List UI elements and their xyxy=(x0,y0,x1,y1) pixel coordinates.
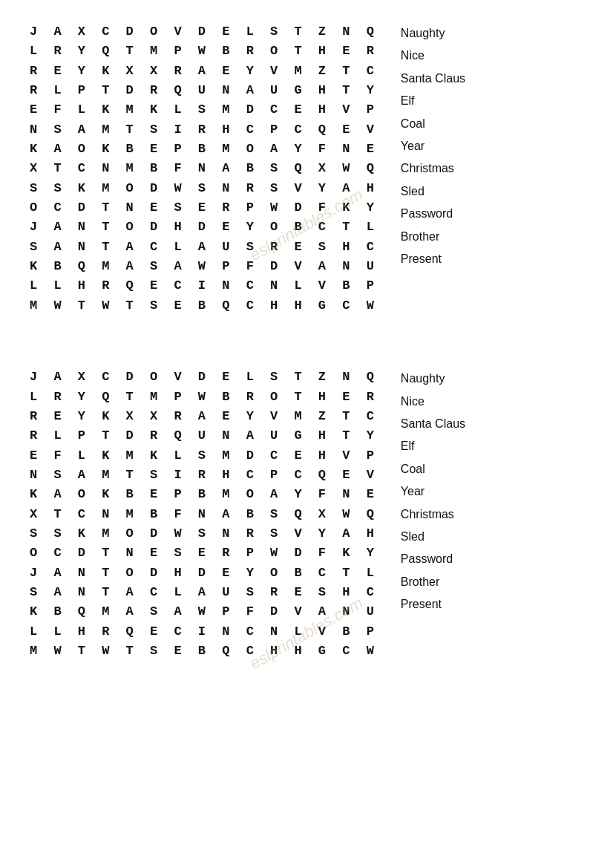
word-item: Coal xyxy=(401,113,475,135)
word-item: Elf xyxy=(401,90,475,112)
word-item: Elf xyxy=(401,435,475,457)
grid-row: O C D T N E S E R P W D F K Y xyxy=(30,198,378,218)
grid-top: J A X C D O V D E L S T Z N QL R Y Q T M… xyxy=(30,22,378,316)
grid-row: X T C N M B F N A B S Q X W Q xyxy=(30,505,378,524)
grid-row: R L P T D R Q U N A U G H T Y xyxy=(30,426,378,446)
word-item: Naughty xyxy=(401,368,475,390)
grid-row: R E Y K X X R A E Y V M Z T C xyxy=(30,407,378,426)
word-list-bottom: NaughtyNiceSanta ClausElfCoalYearChristm… xyxy=(401,368,475,616)
grid-row: K A O K B E P B M O A Y F N E xyxy=(30,485,378,504)
grid-row: S S K M O D W S N R S V Y A H xyxy=(30,524,378,544)
grid-row: K B Q M A S A W P F D V A N U xyxy=(30,257,378,276)
word-item: Nice xyxy=(401,391,475,413)
grid-row: L R Y Q T M P W B R O T H E R xyxy=(30,42,378,61)
grid-row: J A N T O D H D E Y O B C T L xyxy=(30,564,378,583)
word-item: Year xyxy=(401,135,475,157)
grid-row: R L P T D R Q U N A U G H T Y xyxy=(30,81,378,100)
grid-row: S A N T A C L A U S R E S H C xyxy=(30,238,378,257)
word-item: Sled xyxy=(401,180,475,203)
grid-row: L L H R Q E C I N C N L V B P xyxy=(30,276,378,296)
grid-row: K B Q M A S A W P F D V A N U xyxy=(30,602,378,621)
grid-row: J A X C D O V D E L S T Z N Q xyxy=(30,368,378,387)
word-item: Nice xyxy=(401,45,475,67)
grid-row: M W T W T S E B Q C H H G C W xyxy=(30,296,378,316)
grid-row: X T C N M B F N A B S Q X W Q xyxy=(30,159,378,178)
word-item: Password xyxy=(401,548,475,570)
word-item: Present xyxy=(401,593,475,616)
grid-row: J A X C D O V D E L S T Z N Q xyxy=(30,22,378,42)
page: J A X C D O V D E L S T Z N QL R Y Q T M… xyxy=(0,0,613,868)
grid-row: M W T W T S E B Q C H H G C W xyxy=(30,642,378,661)
word-item: Christmas xyxy=(401,503,475,526)
grid-row: L R Y Q T M P W B R O T H E R xyxy=(30,388,378,407)
word-item: Santa Claus xyxy=(401,68,475,90)
puzzle-section-top: J A X C D O V D E L S T Z N QL R Y Q T M… xyxy=(30,22,583,316)
grid-row: N S A M T S I R H C P C Q E V xyxy=(30,120,378,140)
grid-bottom: J A X C D O V D E L S T Z N QL R Y Q T M… xyxy=(30,368,378,661)
grid-row: O C D T N E S E R P W D F K Y xyxy=(30,544,378,563)
word-item: Brother xyxy=(401,571,475,593)
word-item: Sled xyxy=(401,526,475,548)
word-item: Christmas xyxy=(401,157,475,180)
grid-row: S A N T A C L A U S R E S H C xyxy=(30,583,378,602)
grid-row: E F L K M K L S M D C E H V P xyxy=(30,446,378,466)
word-item: Present xyxy=(401,248,475,270)
word-item: Santa Claus xyxy=(401,413,475,435)
grid-row: R E Y K X X R A E Y V M Z T C xyxy=(30,62,378,81)
grid-row: E F L K M K L S M D C E H V P xyxy=(30,100,378,120)
grid-row: K A O K B E P B M O A Y F N E xyxy=(30,140,378,159)
word-item: Year xyxy=(401,480,475,503)
puzzle-section-bottom: J A X C D O V D E L S T Z N QL R Y Q T M… xyxy=(30,368,583,661)
word-list-top: NaughtyNiceSanta ClausElfCoalYearChristm… xyxy=(401,22,475,270)
word-item: Brother xyxy=(401,226,475,248)
word-item: Password xyxy=(401,203,475,225)
divider xyxy=(30,345,583,368)
grid-row: S S K M O D W S N R S V Y A H xyxy=(30,179,378,198)
word-item: Coal xyxy=(401,458,475,480)
grid-row: N S A M T S I R H C P C Q E V xyxy=(30,466,378,485)
word-item: Naughty xyxy=(401,22,475,45)
grid-row: J A N T O D H D E Y O B C T L xyxy=(30,218,378,237)
grid-row: L L H R Q E C I N C N L V B P xyxy=(30,622,378,642)
